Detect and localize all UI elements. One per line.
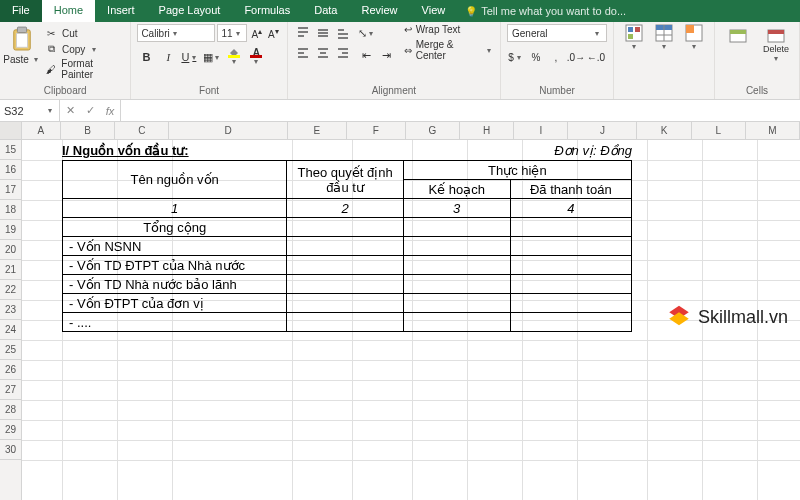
table-row: - Vốn ĐTPT của đơn vị (63, 294, 632, 313)
col-header-H[interactable]: H (460, 122, 514, 139)
bold-button[interactable]: B (137, 48, 155, 66)
row-header-28[interactable]: 28 (0, 400, 21, 420)
row-header-16[interactable]: 16 (0, 160, 21, 180)
format-painter-button[interactable]: 🖌Format Painter (44, 58, 124, 80)
col-name-header: Tên nguồn vốn (63, 161, 287, 199)
row-header-29[interactable]: 29 (0, 420, 21, 440)
unit-label: Đơn vị: Đồng (554, 143, 632, 158)
font-size-combo[interactable]: 11▾ (217, 24, 247, 42)
col-header-K[interactable]: K (637, 122, 691, 139)
align-middle-button[interactable] (314, 24, 332, 42)
select-all-corner[interactable] (0, 122, 22, 139)
col-header-B[interactable]: B (61, 122, 115, 139)
col-header-A[interactable]: A (22, 122, 61, 139)
increase-decimal-button[interactable]: .0→ (567, 48, 585, 66)
col-header-F[interactable]: F (347, 122, 406, 139)
grow-font-button[interactable]: A▴ (249, 26, 264, 40)
copy-button[interactable]: ⧉Copy▾ (44, 42, 124, 56)
increase-indent-button[interactable]: ⇥ (378, 46, 396, 64)
delete-cells-button[interactable]: Delete ▾ (759, 24, 793, 63)
col-header-L[interactable]: L (692, 122, 746, 139)
tab-view[interactable]: View (410, 0, 458, 22)
empty-cell (287, 218, 404, 237)
row-header-22[interactable]: 22 (0, 280, 21, 300)
tab-insert[interactable]: Insert (95, 0, 147, 22)
row-name: - Vốn ĐTPT của đơn vị (63, 294, 287, 313)
align-top-button[interactable] (294, 24, 312, 42)
italic-button[interactable]: I (159, 48, 177, 66)
comma-button[interactable]: , (547, 48, 565, 66)
empty-cell (403, 275, 510, 294)
align-right-button[interactable] (334, 44, 352, 62)
row-header-17[interactable]: 17 (0, 180, 21, 200)
gridline (22, 360, 800, 361)
paste-label: Paste (3, 54, 29, 65)
percent-button[interactable]: % (527, 48, 545, 66)
svg-rect-24 (628, 34, 633, 39)
shrink-font-button[interactable]: A▾ (266, 26, 281, 40)
row-headers: 15161718192021222324252627282930 (0, 140, 22, 500)
fill-color-button[interactable]: ▾ (225, 48, 243, 66)
chevron-down-icon: ▾ (31, 55, 41, 64)
cancel-formula-button[interactable]: ✕ (60, 104, 80, 117)
name-box[interactable]: S32▾ (0, 100, 60, 121)
wrap-text-button[interactable]: ↩Wrap Text (404, 24, 494, 35)
borders-button[interactable]: ▦▾ (203, 48, 221, 66)
enter-formula-button[interactable]: ✓ (80, 104, 100, 117)
font-color-button[interactable]: A ▾ (247, 48, 265, 66)
fx-button[interactable]: fx (100, 105, 120, 117)
tab-data[interactable]: Data (302, 0, 349, 22)
align-bottom-button[interactable] (334, 24, 352, 42)
col-header-E[interactable]: E (288, 122, 347, 139)
col-header-G[interactable]: G (406, 122, 460, 139)
section-title: I/ Nguồn vốn đầu tư: (62, 143, 189, 158)
insert-cells-button[interactable] (721, 24, 755, 44)
align-center-button[interactable] (314, 44, 332, 62)
format-as-table-button[interactable]: ▾ (650, 24, 678, 51)
name-box-value: S32 (4, 105, 24, 117)
orientation-button[interactable]: ⤡▾ (358, 24, 376, 42)
row-header-25[interactable]: 25 (0, 340, 21, 360)
col-header-M[interactable]: M (746, 122, 800, 139)
tab-file[interactable]: File (0, 0, 42, 22)
table-format-icon (655, 24, 673, 42)
gridline (22, 400, 800, 401)
col-header-J[interactable]: J (568, 122, 637, 139)
row-header-15[interactable]: 15 (0, 140, 21, 160)
decrease-indent-button[interactable]: ⇤ (358, 46, 376, 64)
row-header-30[interactable]: 30 (0, 440, 21, 460)
tab-review[interactable]: Review (349, 0, 409, 22)
number-format-combo[interactable]: General▾ (507, 24, 607, 42)
gridline (22, 460, 800, 461)
tell-me-placeholder: Tell me what you want to do... (481, 5, 626, 17)
cell-styles-button[interactable]: ▾ (680, 24, 708, 51)
row-header-20[interactable]: 20 (0, 240, 21, 260)
formula-input[interactable] (121, 100, 800, 121)
tab-home[interactable]: Home (42, 0, 95, 22)
row-header-26[interactable]: 26 (0, 360, 21, 380)
currency-button[interactable]: $▾ (507, 48, 525, 66)
underline-button[interactable]: U▾ (181, 48, 199, 66)
col-header-D[interactable]: D (169, 122, 287, 139)
font-name-combo[interactable]: Calibri▾ (137, 24, 215, 42)
row-header-27[interactable]: 27 (0, 380, 21, 400)
cut-button[interactable]: ✂Cut (44, 26, 124, 40)
idx-2: 2 (287, 199, 404, 218)
row-header-23[interactable]: 23 (0, 300, 21, 320)
tell-me-search[interactable]: 💡 Tell me what you want to do... (465, 0, 626, 22)
worksheet[interactable]: ABCDEFGHIJKLM 15161718192021222324252627… (0, 122, 800, 500)
row-header-21[interactable]: 21 (0, 260, 21, 280)
col-header-C[interactable]: C (115, 122, 169, 139)
merge-center-button[interactable]: ⇔Merge & Center▾ (404, 39, 494, 61)
tab-formulas[interactable]: Formulas (232, 0, 302, 22)
col-header-I[interactable]: I (514, 122, 568, 139)
cond-format-icon (625, 24, 643, 42)
conditional-formatting-button[interactable]: ▾ (620, 24, 648, 51)
decrease-decimal-button[interactable]: ←.0 (587, 48, 605, 66)
align-left-button[interactable] (294, 44, 312, 62)
row-header-18[interactable]: 18 (0, 200, 21, 220)
tab-page-layout[interactable]: Page Layout (147, 0, 233, 22)
row-header-24[interactable]: 24 (0, 320, 21, 340)
row-header-19[interactable]: 19 (0, 220, 21, 240)
paste-button[interactable]: Paste▾ (6, 24, 38, 65)
